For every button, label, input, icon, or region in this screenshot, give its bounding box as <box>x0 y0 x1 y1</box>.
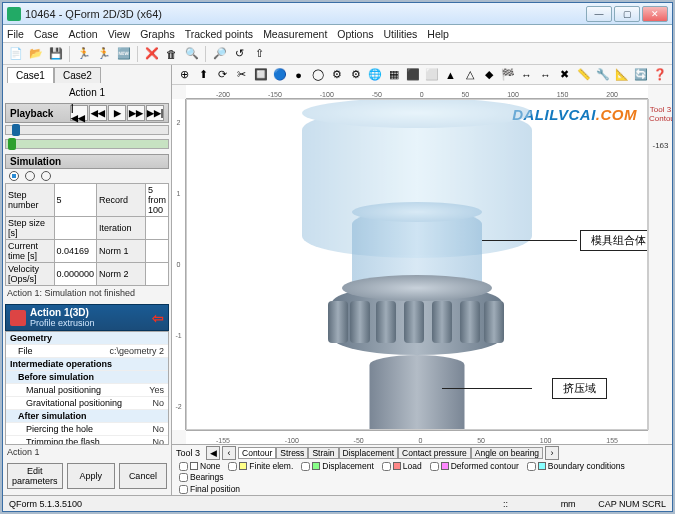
tree-node[interactable]: Intermediate operations <box>6 358 168 371</box>
param-cell[interactable] <box>146 263 169 286</box>
parameter-tree[interactable]: GeometryFilec:\geometry 2Intermediate op… <box>5 331 169 445</box>
cancel-button[interactable]: Cancel <box>119 463 167 489</box>
param-cell[interactable]: 5 from 100 <box>146 184 169 217</box>
vtoolbar-btn-14[interactable]: ▲ <box>442 66 459 83</box>
vtoolbar-btn-8[interactable]: ⚙ <box>328 66 345 83</box>
check-boundary-conditions[interactable]: Boundary conditions <box>524 461 628 471</box>
result-tab-strain[interactable]: Strain <box>308 447 338 459</box>
playback-slider[interactable] <box>5 125 169 135</box>
sim-radio-3[interactable] <box>41 171 51 181</box>
vtoolbar-btn-22[interactable]: 🔧 <box>594 66 611 83</box>
result-nav-first[interactable]: ◀ <box>206 446 220 460</box>
vtoolbar-btn-6[interactable]: ● <box>290 66 307 83</box>
tab-case2[interactable]: Case2 <box>54 67 101 83</box>
check-none[interactable]: None <box>176 461 223 471</box>
tree-node[interactable]: Gravitational positioningNo <box>6 397 168 410</box>
param-cell[interactable] <box>54 217 97 240</box>
toolbar-btn-6[interactable]: ❌ <box>143 45 160 62</box>
vtoolbar-btn-23[interactable]: 📐 <box>613 66 630 83</box>
vtoolbar-btn-11[interactable]: ▦ <box>385 66 402 83</box>
vtoolbar-btn-12[interactable]: ⬛ <box>404 66 421 83</box>
menu-help[interactable]: Help <box>427 28 449 40</box>
tab-case1[interactable]: Case1 <box>7 67 54 83</box>
tree-node[interactable]: Geometry <box>6 332 168 345</box>
result-nav-next[interactable]: › <box>545 446 559 460</box>
check-deformed-contour[interactable]: Deformed contour <box>427 461 522 471</box>
apply-button[interactable]: Apply <box>67 463 115 489</box>
toolbar-btn-5[interactable]: 🆕 <box>115 45 132 62</box>
result-nav-prev[interactable]: ‹ <box>222 446 236 460</box>
vtoolbar-btn-25[interactable]: ❓ <box>651 66 668 83</box>
param-cell[interactable]: 5 <box>54 184 97 217</box>
vtoolbar-btn-19[interactable]: ↔ <box>537 66 554 83</box>
menu-graphs[interactable]: Graphs <box>140 28 174 40</box>
vtoolbar-btn-4[interactable]: 🔲 <box>252 66 269 83</box>
toolbar-btn-4[interactable]: 🏃 <box>95 45 112 62</box>
playback-first-button[interactable]: |◀◀ <box>70 105 88 121</box>
menu-file[interactable]: File <box>7 28 24 40</box>
menu-utilities[interactable]: Utilities <box>384 28 418 40</box>
sim-radio-1[interactable] <box>9 171 19 181</box>
toolbar-btn-0[interactable]: 📄 <box>7 45 24 62</box>
playback-prev-button[interactable]: ◀◀ <box>89 105 107 121</box>
tree-node[interactable]: Manual positioningYes <box>6 384 168 397</box>
param-cell[interactable]: 0.000000 <box>54 263 97 286</box>
menu-case[interactable]: Case <box>34 28 59 40</box>
toolbar-btn-9[interactable]: 🔎 <box>211 45 228 62</box>
check-displacement[interactable]: Displacement <box>298 461 377 471</box>
toolbar-btn-11[interactable]: ⇧ <box>251 45 268 62</box>
vtoolbar-btn-0[interactable]: ⊕ <box>176 66 193 83</box>
vtoolbar-btn-17[interactable]: 🏁 <box>499 66 516 83</box>
tree-node[interactable]: Trimming the flashNo <box>6 436 168 445</box>
result-tab-contact-pressure[interactable]: Contact pressure <box>398 447 471 459</box>
tree-node[interactable]: Before simulation <box>6 371 168 384</box>
param-cell[interactable]: 0.04169 <box>54 240 97 263</box>
vtoolbar-btn-1[interactable]: ⬆ <box>195 66 212 83</box>
action-header[interactable]: Action 1(3D) Profile extrusion ⇦ <box>5 304 169 331</box>
vtoolbar-btn-2[interactable]: ⟳ <box>214 66 231 83</box>
minimize-button[interactable]: — <box>586 6 612 22</box>
menu-tracked-points[interactable]: Tracked points <box>185 28 253 40</box>
vtoolbar-btn-7[interactable]: ◯ <box>309 66 326 83</box>
tree-node[interactable]: After simulation <box>6 410 168 423</box>
param-cell[interactable] <box>146 217 169 240</box>
playback-next-button[interactable]: ▶▶ <box>127 105 145 121</box>
legend-bearings[interactable]: Bearings <box>176 472 227 482</box>
vtoolbar-btn-3[interactable]: ✂ <box>233 66 250 83</box>
menu-action[interactable]: Action <box>68 28 97 40</box>
vtoolbar-btn-9[interactable]: ⚙ <box>347 66 364 83</box>
edit-parameters-button[interactable]: Edit parameters <box>7 463 63 489</box>
playback-slider-2[interactable] <box>5 139 169 149</box>
result-tab-contour[interactable]: Contour <box>238 447 276 459</box>
vtoolbar-btn-20[interactable]: ✖ <box>556 66 573 83</box>
toolbar-btn-3[interactable]: 🏃 <box>75 45 92 62</box>
vtoolbar-btn-10[interactable]: 🌐 <box>366 66 383 83</box>
vtoolbar-btn-13[interactable]: ⬜ <box>423 66 440 83</box>
tree-node[interactable]: Filec:\geometry 2 <box>6 345 168 358</box>
result-tab-angle-on-bearing[interactable]: Angle on bearing <box>471 447 543 459</box>
vtoolbar-btn-15[interactable]: △ <box>461 66 478 83</box>
tree-node[interactable]: Piercing the holeNo <box>6 423 168 436</box>
close-button[interactable]: ✕ <box>642 6 668 22</box>
vtoolbar-btn-24[interactable]: 🔄 <box>632 66 649 83</box>
playback-play-button[interactable]: ▶ <box>108 105 126 121</box>
vtoolbar-btn-18[interactable]: ↔ <box>518 66 535 83</box>
maximize-button[interactable]: ▢ <box>614 6 640 22</box>
toolbar-btn-1[interactable]: 📂 <box>27 45 44 62</box>
check-load[interactable]: Load <box>379 461 425 471</box>
toolbar-btn-8[interactable]: 🔍 <box>183 45 200 62</box>
legend-final-position[interactable]: Final position <box>176 484 243 494</box>
result-tab-stress[interactable]: Stress <box>276 447 308 459</box>
toolbar-btn-2[interactable]: 💾 <box>47 45 64 62</box>
result-tab-displacement[interactable]: Displacement <box>339 447 399 459</box>
param-cell[interactable] <box>146 240 169 263</box>
toolbar-btn-10[interactable]: ↺ <box>231 45 248 62</box>
menu-options[interactable]: Options <box>337 28 373 40</box>
check-finite-elem-[interactable]: Finite elem. <box>225 461 296 471</box>
vtoolbar-btn-21[interactable]: 📏 <box>575 66 592 83</box>
menu-measurement[interactable]: Measurement <box>263 28 327 40</box>
canvas-3d[interactable]: DALILVCAI.COM <box>186 99 648 430</box>
menu-view[interactable]: View <box>108 28 131 40</box>
sim-radio-2[interactable] <box>25 171 35 181</box>
toolbar-btn-7[interactable]: 🗑 <box>163 45 180 62</box>
